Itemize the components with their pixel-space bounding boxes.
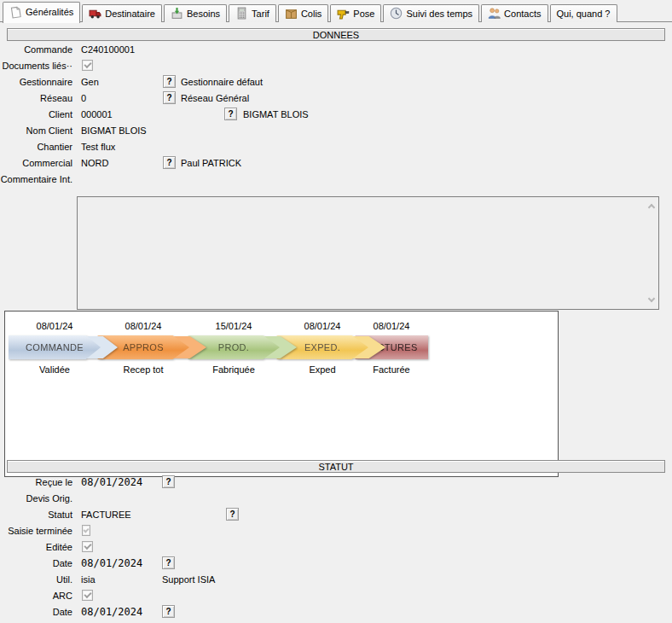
document-icon bbox=[9, 6, 22, 19]
tab-contacts[interactable]: Contacts bbox=[481, 4, 547, 22]
date-edition-calendar-button[interactable]: ? bbox=[162, 556, 175, 569]
scroll-up-icon[interactable] bbox=[646, 201, 656, 211]
field-row-gestionnaire: Gestionnaire Gen ? Gestionnaire défaut bbox=[0, 75, 672, 90]
scroll-down-icon[interactable] bbox=[646, 295, 656, 305]
field-row-documents-lies: Documents liés·· bbox=[0, 59, 672, 74]
field-row-util: Util. isia Support ISIA bbox=[0, 573, 672, 588]
stage-status: Fabriquée bbox=[212, 364, 255, 375]
field-label: Réseau bbox=[0, 93, 72, 103]
field-label: Commercial bbox=[0, 158, 72, 168]
util-desc: Support ISIA bbox=[162, 574, 215, 585]
clock-icon bbox=[390, 7, 403, 20]
nom-client-value[interactable]: BIGMAT BLOIS bbox=[81, 125, 147, 136]
tab-label: Colis bbox=[301, 9, 322, 19]
tab-pose[interactable]: Pose bbox=[330, 4, 381, 22]
field-label: Editée bbox=[0, 542, 72, 552]
field-row-arc: ARC bbox=[0, 589, 672, 604]
tab-colis[interactable]: Colis bbox=[278, 4, 328, 22]
tab-label: Pose bbox=[353, 9, 374, 19]
tab-qui-quand[interactable]: Qui, quand ? bbox=[550, 4, 617, 22]
calculator-icon bbox=[235, 7, 248, 20]
tab-label: Suivi des temps bbox=[406, 9, 472, 19]
field-label: ARC bbox=[0, 591, 72, 601]
field-label: Gestionnaire bbox=[0, 77, 72, 87]
reseau-desc: Réseau Général bbox=[181, 93, 249, 103]
field-row-client: Client 000001 ? BIGMAT BLOIS bbox=[0, 108, 672, 123]
recue-le-value[interactable]: 08/01/2024 bbox=[81, 476, 142, 488]
statut-lookup-button[interactable]: ? bbox=[226, 508, 239, 521]
field-label: Devis Orig. bbox=[0, 493, 72, 504]
chantier-value[interactable]: Test flux bbox=[81, 142, 115, 152]
commercial-lookup-button[interactable]: ? bbox=[163, 156, 176, 169]
field-row-commercial: Commercial NORD ? Paul PATRICK bbox=[0, 156, 672, 172]
stage-arrow-commande: COMMANDE bbox=[9, 335, 101, 359]
field-label: Commentaire Int. bbox=[0, 174, 72, 184]
field-label: Documents liés·· bbox=[0, 61, 72, 71]
editee-checkbox[interactable] bbox=[82, 541, 93, 552]
stage-status: Exped bbox=[309, 364, 335, 375]
stage-date: 08/01/24 bbox=[374, 320, 410, 332]
stage-date: 08/01/24 bbox=[37, 320, 73, 332]
section-title: DONNEES bbox=[313, 30, 359, 40]
field-label: Commande bbox=[0, 44, 72, 55]
tab-label: Besoins bbox=[187, 9, 220, 19]
package-icon bbox=[285, 7, 298, 20]
field-row-editee: Editée bbox=[0, 540, 672, 556]
tab-suivi-des-temps[interactable]: Suivi des temps bbox=[383, 4, 479, 22]
field-label: Date bbox=[0, 607, 72, 617]
reseau-value[interactable]: 0 bbox=[81, 93, 86, 103]
tab-destinataire[interactable]: Destinataire bbox=[82, 4, 162, 22]
client-lookup-button[interactable]: ? bbox=[224, 108, 237, 120]
tab-label: Destinataire bbox=[105, 9, 155, 19]
commercial-value[interactable]: NORD bbox=[81, 158, 108, 168]
commentaire-textarea[interactable] bbox=[77, 196, 659, 310]
field-row-chantier: Chantier Test flux bbox=[0, 140, 672, 155]
field-label: Util. bbox=[0, 574, 72, 585]
workflow-panel: 08/01/24 COMMANDE Validée 08/01/24 APPRO… bbox=[4, 311, 559, 477]
date-arc-value[interactable]: 08/01/2024 bbox=[81, 606, 142, 618]
documents-lies-checkbox[interactable] bbox=[82, 60, 93, 71]
tab-label: Qui, quand ? bbox=[557, 9, 611, 19]
tab-besoins[interactable]: Besoins bbox=[164, 4, 227, 22]
recue-le-calendar-button[interactable]: ? bbox=[162, 475, 175, 488]
field-label: Reçue le bbox=[0, 477, 72, 487]
reseau-lookup-button[interactable]: ? bbox=[163, 91, 176, 104]
util-value: isia bbox=[81, 574, 96, 585]
drill-icon bbox=[337, 7, 350, 20]
field-row-recue-le: Reçue le 08/01/2024 ? bbox=[0, 475, 672, 491]
tab-generalites[interactable]: Généralités bbox=[3, 2, 80, 23]
stage-status: Facturée bbox=[373, 364, 409, 375]
field-label: Nom Client bbox=[0, 125, 72, 136]
field-label: Client bbox=[0, 109, 72, 119]
field-row-date-edition: Date 08/01/2024 ? bbox=[0, 556, 672, 572]
saisie-terminee-checkbox[interactable] bbox=[82, 525, 90, 536]
commercial-desc: Paul PATRICK bbox=[181, 158, 241, 168]
order-window: Généralités Destinataire Besoins Tarif C… bbox=[0, 0, 672, 623]
client-desc: BIGMAT BLOIS bbox=[243, 109, 309, 119]
arc-checkbox[interactable] bbox=[82, 590, 93, 601]
gestionnaire-lookup-button[interactable]: ? bbox=[163, 75, 176, 88]
date-edition-value[interactable]: 08/01/2024 bbox=[81, 557, 142, 569]
stage-status: Validée bbox=[39, 364, 70, 375]
inbox-icon bbox=[171, 7, 183, 20]
client-value[interactable]: 000001 bbox=[81, 109, 113, 119]
field-row-reseau: Réseau 0 ? Réseau Général bbox=[0, 91, 672, 107]
workflow-stage-commande: 08/01/24 COMMANDE Validée bbox=[9, 320, 101, 375]
field-row-commande: Commande C240100001 bbox=[0, 43, 672, 58]
field-row-saisie-terminee: Saisie terminée bbox=[0, 524, 672, 539]
field-row-date-arc: Date 08/01/2024 ? bbox=[0, 605, 672, 620]
tab-tarif[interactable]: Tarif bbox=[229, 4, 276, 22]
stage-date: 08/01/24 bbox=[304, 320, 341, 332]
gestionnaire-value[interactable]: Gen bbox=[81, 77, 99, 87]
section-title: STATUT bbox=[318, 462, 353, 472]
people-icon bbox=[488, 7, 501, 20]
field-row-statut: Statut FACTUREE ? bbox=[0, 508, 672, 523]
field-label: Statut bbox=[0, 509, 72, 520]
stage-date: 15/01/24 bbox=[216, 320, 252, 332]
date-arc-calendar-button[interactable]: ? bbox=[162, 605, 175, 618]
stage-name: COMMANDE bbox=[9, 335, 101, 359]
tab-label: Tarif bbox=[252, 9, 269, 19]
field-label: Saisie terminée bbox=[0, 526, 72, 536]
donnees-section-header: DONNEES bbox=[7, 28, 665, 41]
stage-date: 08/01/24 bbox=[125, 320, 162, 332]
